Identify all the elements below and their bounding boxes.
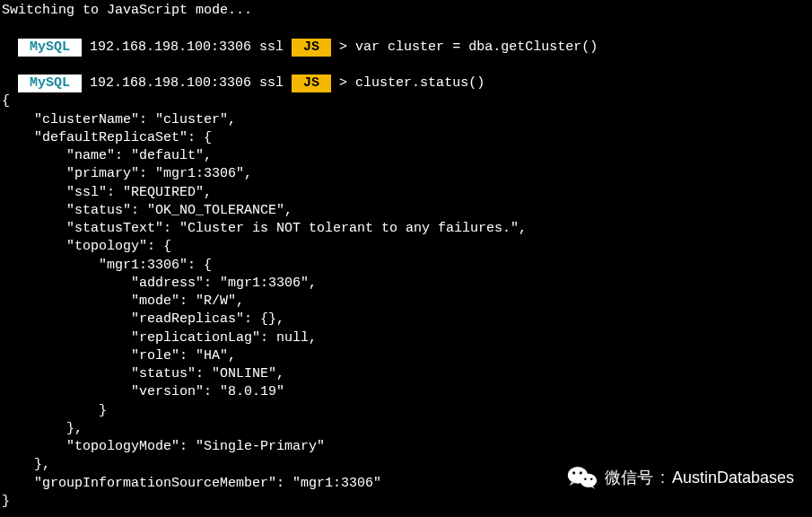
json-output-line: "version": "8.0.19"	[2, 383, 810, 401]
json-output-line: }	[2, 493, 810, 511]
prompt-line-2[interactable]: MySQL 192.168.198.100:3306 ssl JS > clus…	[2, 57, 810, 93]
prompt-line-1[interactable]: MySQL 192.168.198.100:3306 ssl JS > var …	[2, 20, 810, 57]
svg-point-5	[590, 478, 593, 480]
host-address: 192.168.198.100:3306 ssl	[82, 75, 292, 91]
json-output-line: "address": "mgr1:3306",	[2, 275, 810, 293]
svg-point-4	[584, 478, 587, 480]
svg-point-2	[572, 471, 575, 474]
json-output-line: "status": "OK_NO_TOLERANCE",	[2, 202, 810, 220]
json-output-line: "readReplicas": {},	[2, 311, 810, 329]
js-badge: JS	[292, 74, 331, 92]
watermark: 微信号: AustinDatabases	[567, 465, 794, 490]
mode-switch-message: Switching to JavaScript mode...	[2, 2, 810, 20]
json-output-line: {	[2, 92, 810, 110]
json-output-line: },	[2, 420, 810, 438]
svg-point-3	[580, 471, 582, 474]
json-output-line: "mgr1:3306": {	[2, 257, 810, 275]
command-input[interactable]: var cluster = dba.getCluster()	[355, 39, 598, 55]
wechat-icon	[567, 465, 598, 490]
prompt-arrow: >	[331, 75, 355, 91]
mysql-badge: MySQL	[18, 39, 82, 57]
json-output-line: "clusterName": "cluster",	[2, 111, 810, 129]
watermark-label: 微信号	[605, 467, 653, 488]
json-output-line: "topologyMode": "Single-Primary"	[2, 438, 810, 456]
json-output-line: }	[2, 402, 810, 420]
json-output-line: "mode": "R/W",	[2, 293, 810, 311]
json-output-line: "primary": "mgr1:3306",	[2, 165, 810, 183]
watermark-value: AustinDatabases	[672, 467, 794, 488]
json-output-line: "status": "ONLINE",	[2, 365, 810, 383]
json-output-line: "statusText": "Cluster is NOT tolerant t…	[2, 220, 810, 238]
js-badge: JS	[292, 39, 331, 57]
json-output-line: "role": "HA",	[2, 347, 810, 365]
prompt-arrow: >	[331, 39, 355, 55]
watermark-colon: :	[660, 467, 665, 488]
mysql-badge: MySQL	[18, 74, 82, 92]
host-address: 192.168.198.100:3306 ssl	[82, 39, 292, 55]
svg-point-1	[580, 474, 597, 487]
json-output-line: "ssl": "REQUIRED",	[2, 184, 810, 202]
json-output-line: "topology": {	[2, 238, 810, 256]
json-output-line: "name": "default",	[2, 147, 810, 165]
json-output-line: "defaultReplicaSet": {	[2, 129, 810, 147]
command-input[interactable]: cluster.status()	[355, 75, 485, 91]
json-output-line: "replicationLag": null,	[2, 329, 810, 347]
